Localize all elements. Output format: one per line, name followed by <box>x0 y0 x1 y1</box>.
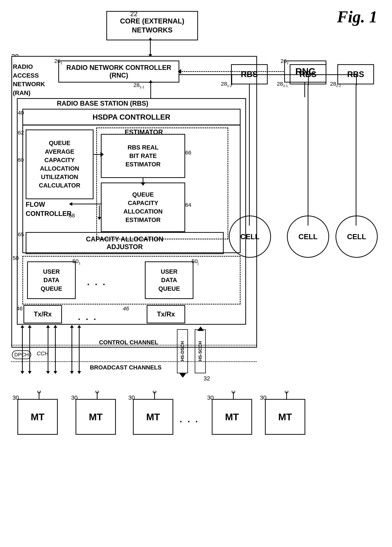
hs-dsch-arrow <box>180 373 186 378</box>
rbs3-to-cell3-line <box>356 84 356 226</box>
rbs2-to-cell2-line <box>308 84 308 226</box>
mt5-label: MT <box>278 411 292 423</box>
rnc-to-rbs-right-h2 <box>231 74 358 75</box>
ref-64: 64 <box>185 202 191 208</box>
txrx1-box: Tx/Rx <box>23 305 62 323</box>
rnc-box: RADIO NETWORK CONTROLLER(RNC) <box>58 61 179 82</box>
ran-label: RADIOACCESSNETWORK(RAN) <box>13 62 45 97</box>
figure-title: Fig. 1 <box>337 7 377 26</box>
ref-50-j: 50j <box>192 258 198 265</box>
broadcast-channels-label: BROADCAST CHANNELS <box>90 364 162 371</box>
dpch-label: DPCH <box>12 350 31 359</box>
mt2-antenna <box>93 391 102 400</box>
queue-avg-box: QUEUEAVERAGECAPACITYALLOCATIONUTILIZATIO… <box>26 130 94 199</box>
hsdpa-label: HSDPA CONTROLLER <box>93 113 170 121</box>
arrow-rbs-to-cap-head <box>141 182 146 186</box>
cell3-circle: CELL <box>336 216 378 258</box>
control-channel-label: CONTROL CHANNEL <box>99 339 158 346</box>
ref-50-1: 501 <box>72 258 80 265</box>
core-to-ran-arrow <box>150 40 151 55</box>
txrx2-label: Tx/Rx <box>157 310 175 318</box>
channel-arrow-v6 <box>79 328 80 371</box>
mt1-antenna <box>34 391 44 400</box>
rbs1-to-cell1-line <box>249 84 250 226</box>
hs-dsch-label: HS-DSCH <box>180 341 185 361</box>
ref-65: 65 <box>18 231 24 238</box>
hs-scch-box: HS-SCCH <box>195 329 206 373</box>
ref-28-2-1: 282-1 <box>277 81 288 88</box>
udq1-label: USERDATAQUEUE <box>41 267 62 293</box>
rnc-to-rbs3-v <box>356 74 357 85</box>
udqj-label: USERDATAQUEUE <box>158 267 180 293</box>
mt-dots: . . . <box>180 414 199 424</box>
hs-scch-arrow <box>197 327 204 331</box>
rbs-bit-rate-box: RBS REALBIT RATEESTIMATOR <box>101 134 185 178</box>
txrx-dots: . . . <box>78 312 98 322</box>
mt4-antenna <box>229 391 238 400</box>
queue-dots: . . . <box>87 277 107 287</box>
rnc-ext-down <box>304 82 305 97</box>
arrow-flowctrl-h <box>72 204 102 204</box>
ref-66: 66 <box>185 150 191 156</box>
mt1-label: MT <box>31 411 44 423</box>
rnc-to-rbs2-v <box>308 74 309 85</box>
rnc-rbs-arrow <box>150 82 151 99</box>
mt2-box: MT <box>75 399 116 435</box>
mt5-box: MT <box>265 399 305 435</box>
mt4-label: MT <box>225 411 239 423</box>
cell3-label: CELL <box>347 232 366 241</box>
ref-68: 68 <box>69 212 75 219</box>
rbs-bit-rate-label: RBS REALBIT RATEESTIMATOR <box>125 143 160 169</box>
txrx2-box: Tx/Rx <box>147 305 185 323</box>
ref-62: 62 <box>18 130 24 136</box>
ref-50: 50 <box>13 255 19 261</box>
mt5-antenna <box>282 391 291 400</box>
ref-46-1: 46 <box>16 305 23 312</box>
hs-scch-label: HS-SCCH <box>198 341 203 361</box>
mt1-box: MT <box>17 399 58 435</box>
arrow-qa-to-rbs <box>94 154 101 155</box>
cch-label: CCH <box>37 350 49 357</box>
rnc-to-rbs1-v <box>231 74 232 85</box>
mt2-label: MT <box>89 411 102 423</box>
flow-controller-label: FLOWCONTROLLER <box>26 200 72 219</box>
mt3-antenna <box>150 391 159 400</box>
rnc-label: RADIO NETWORK CONTROLLER(RNC) <box>66 64 171 79</box>
arrow-qa-to-rbs-head <box>101 152 104 157</box>
channel-arrow-v1 <box>22 328 23 371</box>
ref-32: 32 <box>203 375 210 382</box>
mt3-box: MT <box>133 399 173 435</box>
core-networks-label: CORE (EXTERNAL)NETWORKS <box>120 17 184 35</box>
cell1-circle: CELL <box>229 216 271 258</box>
cell1-label: CELL <box>240 232 259 241</box>
channel-arrow-v4 <box>55 328 56 371</box>
channel-arrow-v2 <box>29 328 30 371</box>
mt3-label: MT <box>146 411 160 423</box>
rnc-to-rbs-right-h <box>179 74 232 75</box>
page: Fig. 1 22 CORE (EXTERNAL)NETWORKS 20 RAD… <box>0 0 392 547</box>
queue-cap-box: QUEUECAPACITYALLOCATIONESTIMATOR <box>101 183 185 232</box>
ref-46-2: 46 <box>123 305 129 312</box>
cap-adj-label: CAPACITY ALLOCATIONADJUSTOR <box>86 235 163 251</box>
queue-cap-label: QUEUECAPACITYALLOCATIONESTIMATOR <box>123 190 163 224</box>
channel-arrow-v3 <box>48 328 48 371</box>
udq1-box: USERDATAQUEUE <box>27 261 76 299</box>
core-networks-box: CORE (EXTERNAL)NETWORKS <box>106 11 198 40</box>
hsdpa-box: HSDPA CONTROLLER <box>22 109 241 125</box>
ref-28-1-2: 281-2 <box>221 81 232 88</box>
udqj-box: USERDATAQUEUE <box>145 261 193 299</box>
arrow-est-to-fc-v <box>99 205 100 217</box>
rnc-arrow-left <box>178 69 181 74</box>
ref-28-1-1: 281-1 <box>134 82 144 89</box>
hs-dsch-box: HS-DSCH <box>177 329 188 373</box>
cell2-circle: CELL <box>287 216 329 258</box>
cap-adj-box: CAPACITY ALLOCATIONADJUSTOR <box>26 232 224 254</box>
rbs-label: RADIO BASE STATION (RBS) <box>57 100 148 107</box>
queue-avg-label: QUEUEAVERAGECAPACITYALLOCATIONUTILIZATIO… <box>39 139 80 190</box>
mt4-box: MT <box>212 399 252 435</box>
channel-arrow-v5 <box>72 328 72 371</box>
txrx1-label: Tx/Rx <box>34 310 52 318</box>
cell2-label: CELL <box>298 232 318 241</box>
